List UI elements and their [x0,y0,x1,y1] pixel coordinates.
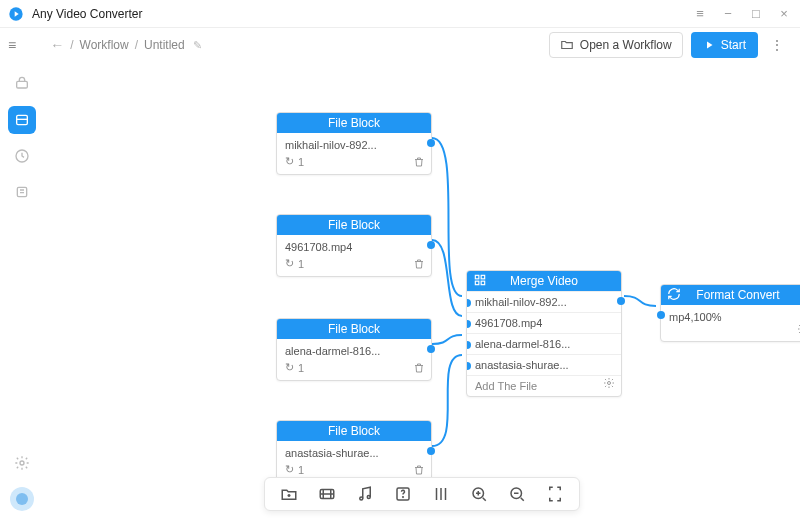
file-name: anastasia-shurae... [285,447,423,459]
merge-row: 4961708.mp4 [467,312,621,333]
sidebar-item-workflow[interactable] [8,106,36,134]
file-count: 1 [298,362,304,374]
app-title: Any Video Converter [32,7,143,21]
user-avatar[interactable] [10,487,34,511]
svg-point-10 [608,382,611,385]
delete-icon[interactable] [413,362,425,376]
delete-icon[interactable] [413,156,425,170]
tool-video-icon[interactable] [317,484,337,504]
svg-rect-1 [17,81,28,88]
play-icon [703,39,715,51]
file-name: mikhail-nilov-892... [285,139,423,151]
node-file-block-1[interactable]: File Block mikhail-nilov-892... ↻1 [276,112,432,175]
svg-point-5 [20,461,24,465]
file-name: alena-darmel-816... [285,345,423,357]
breadcrumb: ← / Workflow / Untitled ✎ [50,37,202,53]
tool-audio-icon[interactable] [355,484,375,504]
start-button[interactable]: Start [691,32,758,58]
svg-point-14 [367,496,370,499]
sidebar-item-presets[interactable] [8,178,36,206]
node-format-convert[interactable]: Format Convert mp4,100% [660,284,800,342]
svg-point-13 [360,497,363,500]
tool-zoom-in-icon[interactable] [469,484,489,504]
node-title: File Block [328,424,380,438]
open-workflow-button[interactable]: Open a Workflow [549,32,683,58]
file-name: 4961708.mp4 [285,241,423,253]
node-file-block-4[interactable]: File Block anastasia-shurae... ↻1 [276,420,432,483]
output-port[interactable] [427,345,435,353]
window-settings-icon[interactable]: ≡ [692,6,708,21]
tool-help-icon[interactable] [393,484,413,504]
sidebar-item-settings[interactable] [8,449,36,477]
output-port[interactable] [427,139,435,147]
rename-icon[interactable]: ✎ [193,39,202,52]
svg-rect-6 [475,275,479,279]
merge-add-file[interactable]: Add The File [467,375,621,396]
window-minimize-icon[interactable]: − [720,6,736,21]
output-port[interactable] [427,447,435,455]
open-folder-icon [560,38,574,52]
canvas-toolbar [264,477,580,511]
node-title: Format Convert [696,288,779,302]
merge-icon [473,273,487,287]
delete-icon[interactable] [413,464,425,478]
node-file-block-3[interactable]: File Block alena-darmel-816... ↻1 [276,318,432,381]
sidebar-item-home[interactable] [8,70,36,98]
merge-row: alena-darmel-816... [467,333,621,354]
tool-align-icon[interactable] [431,484,451,504]
output-port[interactable] [617,297,625,305]
more-actions-icon[interactable]: ⋮ [766,37,788,53]
svg-rect-9 [481,281,485,285]
back-icon[interactable]: ← [50,37,64,53]
breadcrumb-root[interactable]: Workflow [80,38,129,52]
refresh-icon: ↻ [285,155,294,168]
delete-icon[interactable] [413,258,425,272]
merge-row: anastasia-shurae... [467,354,621,375]
convert-icon [667,287,681,301]
node-file-block-2[interactable]: File Block 4961708.mp4 ↻1 [276,214,432,277]
settings-icon[interactable] [603,377,615,392]
app-logo-icon [8,6,24,22]
svg-point-16 [403,497,404,498]
tool-add-file-icon[interactable] [279,484,299,504]
title-bar: Any Video Converter ≡ − □ × [0,0,800,28]
top-bar: ≡ ← / Workflow / Untitled ✎ Open a Workf… [0,28,800,62]
merge-row: mikhail-nilov-892... [467,291,621,312]
refresh-icon: ↻ [285,257,294,270]
node-title: Merge Video [510,274,578,288]
format-value: mp4,100% [669,311,800,323]
refresh-icon: ↻ [285,361,294,374]
refresh-icon: ↻ [285,463,294,476]
file-count: 1 [298,464,304,476]
node-title: File Block [328,218,380,232]
input-port[interactable] [657,311,665,319]
tool-fit-icon[interactable] [545,484,565,504]
workflow-canvas[interactable]: File Block mikhail-nilov-892... ↻1 File … [44,62,800,523]
node-title: File Block [328,322,380,336]
menu-toggle-icon[interactable]: ≡ [8,37,16,53]
node-title: File Block [328,116,380,130]
sidebar-item-history[interactable] [8,142,36,170]
file-count: 1 [298,258,304,270]
breadcrumb-current[interactable]: Untitled [144,38,185,52]
file-count: 1 [298,156,304,168]
window-maximize-icon[interactable]: □ [748,6,764,21]
output-port[interactable] [427,241,435,249]
window-close-icon[interactable]: × [776,6,792,21]
tool-zoom-out-icon[interactable] [507,484,527,504]
sidebar [0,62,44,523]
svg-rect-7 [481,275,485,279]
svg-rect-8 [475,281,479,285]
node-merge-video[interactable]: Merge Video mikhail-nilov-892... 4961708… [466,270,622,397]
